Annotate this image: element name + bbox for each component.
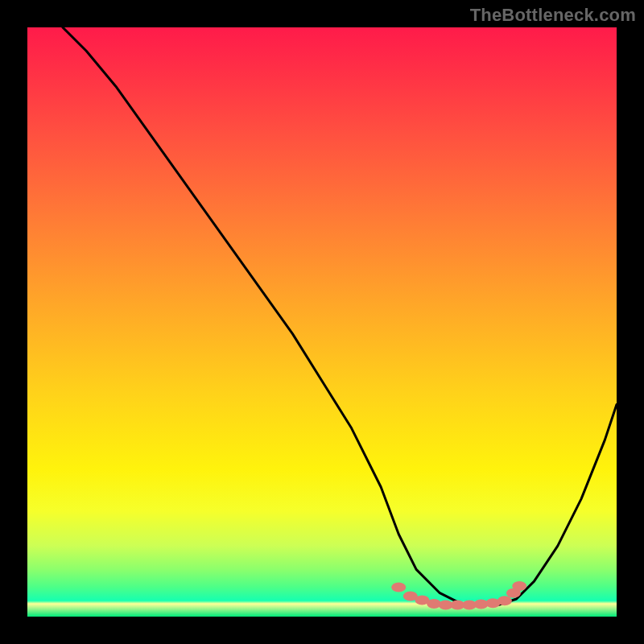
chart-container: TheBottleneck.com: [0, 0, 644, 644]
watermark-text: TheBottleneck.com: [470, 5, 636, 26]
plot-frame: [27, 27, 617, 617]
background-gradient: [27, 27, 617, 617]
plot-area: [27, 27, 617, 617]
